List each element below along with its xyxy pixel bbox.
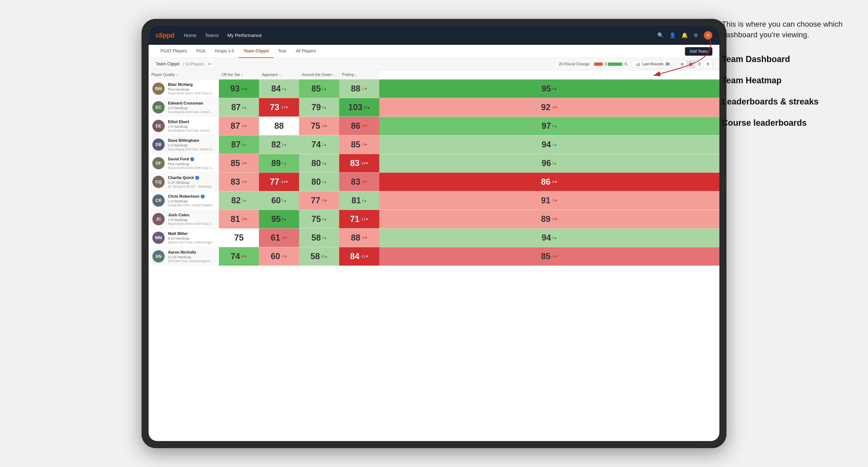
player-cell-8[interactable]: MM Matt Miller 6-10 Handicap Woburn Golf… — [149, 228, 219, 247]
player-cell-4[interactable]: DF David Ford ✓ Plus Handicap Royal Nort… — [149, 154, 219, 173]
team-header: Team Clippd | 14 Players ✏ 20 Round Chan… — [149, 58, 719, 70]
annotation-items: Team Dashboard Team Heatmap Leaderboards… — [722, 54, 854, 128]
nav-link-home[interactable]: Home — [184, 33, 196, 38]
subnav-hcaps[interactable]: Hcaps 1-5 — [210, 45, 239, 58]
player-name: Edward Crossman — [168, 101, 215, 106]
score-delta: 1▲ — [552, 143, 557, 147]
score-cell: 83 -10▼ — [339, 154, 379, 173]
score-cell: 86 -6▼ — [339, 117, 379, 135]
score-main: 97 — [541, 121, 551, 131]
tablet-screen: clippd Home Teams My Performance 🔍 👤 🔔 ⚙… — [149, 26, 719, 441]
col-header-putting[interactable]: Putting ↓ — [339, 70, 379, 80]
score-cell: 81 4▲ — [339, 191, 379, 210]
score-delta: 3▲ — [242, 198, 247, 203]
score-wrapper: 91 -3▼ — [379, 191, 719, 210]
col-header-off-tee[interactable]: Off the Tee ↓ — [219, 70, 259, 80]
player-info: Charlie Quick ✓ 6-10 Handicap St. George… — [168, 176, 215, 188]
verified-badge: ✓ — [201, 195, 205, 198]
subnav-all-players[interactable]: All Players — [291, 45, 320, 58]
subnav-pgat-players[interactable]: PGAT Players — [156, 45, 191, 58]
score-cell: 94 3▲ — [379, 228, 719, 247]
sub-nav: PGAT Players PGA Hcaps 1-5 Team Clippd T… — [149, 45, 719, 58]
score-main: 88 — [351, 84, 361, 94]
score-wrapper: 87 4▲ — [219, 135, 259, 154]
score-cell: 79 9▲ — [299, 98, 339, 117]
score-main: 87 — [231, 121, 240, 131]
score-wrapper: 88 -2▼ — [339, 228, 379, 247]
app-logo: clippd — [156, 32, 174, 39]
score-cell: 75 2▲ — [299, 210, 339, 228]
score-delta: 2▲ — [282, 198, 287, 203]
player-info: Dave Billingham 1-5 Handicap Gog Magog G… — [168, 138, 215, 151]
score-cell: 75 -3▼ — [299, 117, 339, 135]
table-row: DB Dave Billingham 1-5 Handicap Gog Mago… — [149, 135, 719, 154]
score-wrapper: 58 4▲ — [299, 228, 339, 247]
edit-icon[interactable]: ✏ — [208, 62, 212, 67]
annotation-intro: This is where you can choose which dashb… — [722, 19, 854, 40]
player-cell-1[interactable]: EC Edward Crossman 1-5 Handicap Sunningd… — [149, 98, 219, 117]
score-main: 89 — [541, 214, 551, 224]
player-cell-3[interactable]: DB Dave Billingham 1-5 Handicap Gog Mago… — [149, 135, 219, 154]
score-main: 73 — [270, 102, 279, 112]
player-club: Royal North Devon Golf Club, United King… — [168, 92, 215, 95]
score-main: 80 — [311, 158, 321, 168]
score-cell: 95 8▲ — [259, 210, 299, 228]
subnav-team-clippd[interactable]: Team Clippd — [239, 45, 273, 58]
nav-link-my-performance[interactable]: My Performance — [227, 33, 262, 38]
score-cell: 80 1▲ — [299, 173, 339, 191]
player-club: Gog Magog Golf Club, United Kingdom — [168, 148, 215, 151]
score-cell: 87 -3▼ — [219, 117, 259, 135]
score-cell: 73 -11▼ — [259, 98, 299, 117]
player-avatar: DB — [152, 138, 165, 151]
player-cell-2[interactable]: EE Elliot Ebert 1-5 Handicap Sunningdale… — [149, 117, 219, 135]
score-cell: 74 -8▼ — [219, 247, 259, 266]
score-cell: 94 1▲ — [379, 135, 719, 154]
score-main: 87 — [231, 102, 241, 112]
col-header-player[interactable]: Player Quality ↓ — [149, 70, 219, 80]
score-cell: 103 15▲ — [339, 98, 379, 117]
score-main: 60 — [271, 251, 280, 261]
score-wrapper: 71 -11▼ — [339, 210, 379, 228]
player-cell-7[interactable]: JC Josh Coles 1-5 Handicap Royal North D… — [149, 210, 219, 228]
player-cell-0[interactable]: BM Blair McHarg Plus Handicap Royal Nort… — [149, 80, 219, 98]
player-avatar: EC — [152, 101, 165, 114]
score-delta: -10▼ — [361, 161, 368, 165]
col-header-approach[interactable]: Approach ↓ — [259, 70, 299, 80]
score-delta: 8▲ — [322, 87, 327, 91]
score-delta: -2▼ — [552, 217, 558, 221]
score-cell: 77 -3▼ — [299, 191, 339, 210]
player-handicap: 6-10 Handicap — [168, 237, 215, 240]
score-wrapper: 83 -3▼ — [219, 173, 259, 191]
score-wrapper: 60 -1▼ — [259, 247, 299, 266]
score-main: 93 — [230, 84, 240, 94]
score-main: 95 — [541, 84, 551, 94]
player-cell-9[interactable]: AN Aaron Nicholls 11-15 Handicap Drift G… — [149, 247, 219, 266]
player-cell-6[interactable]: CR Chris Robertson ✓ 1-5 Handicap Craigm… — [149, 191, 219, 210]
score-delta: -3▼ — [241, 124, 247, 128]
player-cell-5[interactable]: CQ Charlie Quick ✓ 6-10 Handicap St. Geo… — [149, 173, 219, 191]
score-wrapper: 86 -8▼ — [379, 173, 719, 191]
score-main: 88 — [351, 233, 361, 243]
score-delta: -3▼ — [361, 143, 368, 147]
score-main: 58 — [311, 233, 321, 243]
score-delta: 2▲ — [322, 217, 327, 221]
score-delta: -1▼ — [281, 254, 287, 258]
col-header-around-green[interactable]: Around the Green ↓ — [299, 70, 339, 80]
heatmap-table: Player Quality ↓ Off the Tee ↓ Approach … — [149, 70, 719, 266]
player-handicap: 1-5 Handicap — [168, 199, 213, 203]
score-cell: 87 1▲ — [219, 98, 259, 117]
score-wrapper: 89 7▲ — [259, 154, 299, 173]
score-main: 83 — [231, 177, 240, 187]
score-delta: 4▲ — [242, 143, 247, 147]
score-wrapper: 83 -6▼ — [339, 173, 379, 191]
score-main: 60 — [271, 195, 281, 206]
nav-link-teams[interactable]: Teams — [205, 33, 219, 38]
subnav-tour[interactable]: Tour — [273, 45, 291, 58]
score-main: 85 — [231, 158, 240, 168]
player-info: Chris Robertson ✓ 1-5 Handicap Craigmill… — [168, 194, 213, 207]
score-wrapper: 73 -11▼ — [259, 98, 299, 117]
score-main: 74 — [311, 139, 321, 150]
score-main: 86 — [351, 121, 361, 131]
annotation-item-1: Team Heatmap — [722, 75, 854, 85]
subnav-pga[interactable]: PGA — [191, 45, 210, 58]
